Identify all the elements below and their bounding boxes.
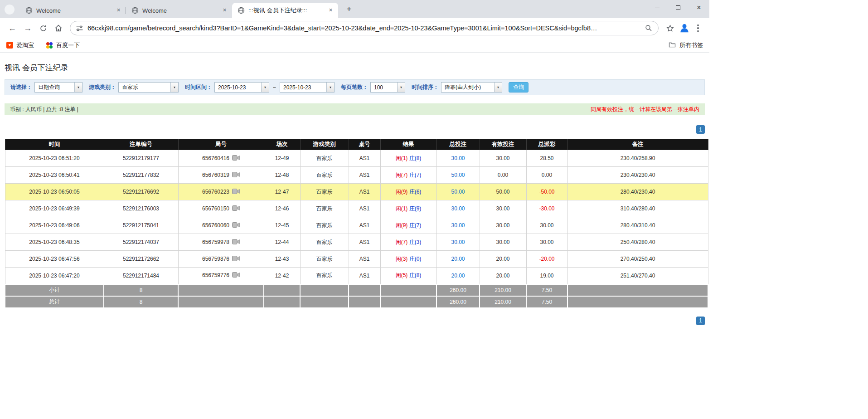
site-info-icon[interactable] [76, 24, 83, 32]
refresh-button[interactable] [35, 20, 51, 36]
browser-window: Welcome × Welcome × :::视讯 会员下注纪录::: × + … [0, 0, 709, 419]
page-1-button[interactable]: 1 [696, 317, 705, 325]
cell-total-bet[interactable]: 30.00 [436, 234, 480, 251]
bet-row[interactable]: 2025-10-23 06:47:20522912171484656759776… [5, 268, 708, 284]
cell-time: 2025-10-23 06:50:05 [5, 184, 104, 200]
video-replay-icon[interactable] [232, 172, 240, 179]
close-button[interactable]: × [689, 0, 709, 15]
url-bar[interactable]: 66cxkj98.com/game/betrecord_search/kind3… [70, 21, 659, 35]
home-button[interactable] [51, 20, 66, 36]
subtotal-row-cell-8: 260.00 [436, 284, 480, 296]
bet-row[interactable]: 2025-10-23 06:48:35522912174037656759978… [5, 234, 708, 251]
cell-round: 656759978 [178, 234, 264, 251]
cell-total-bet[interactable]: 20.00 [436, 268, 480, 284]
tab-close-icon[interactable]: × [327, 7, 335, 15]
tab-close-icon[interactable]: × [221, 7, 228, 15]
zoom-icon[interactable] [645, 24, 653, 32]
round-number: 656760060 [202, 222, 229, 229]
chevron-down-icon[interactable]: ▼ [170, 83, 178, 92]
bookmark-aitaobao[interactable]: ♥ 爱淘宝 [6, 41, 34, 49]
total-bet-link[interactable]: 50.00 [451, 189, 465, 195]
maximize-button[interactable] [668, 0, 689, 15]
result-player: 闲(7) [396, 172, 408, 178]
video-replay-icon[interactable] [232, 222, 240, 229]
bet-row[interactable]: 2025-10-23 06:49:39522912176003656760150… [5, 200, 708, 217]
bookmark-baidu[interactable]: 百度一下 [46, 41, 80, 49]
query-type-select[interactable]: 日期查询 ▼ [34, 82, 82, 93]
video-replay-icon[interactable] [232, 205, 240, 212]
star-icon [666, 24, 674, 32]
cell-total-bet[interactable]: 20.00 [436, 251, 480, 268]
bet-row[interactable]: 2025-10-23 06:47:56522912172662656759876… [5, 251, 708, 268]
tab-bet-records-active[interactable]: :::视讯 会员下注纪录::: × [232, 3, 338, 18]
minimize-button[interactable] [647, 0, 668, 15]
table-header-row: 时间注单编号局号场次游戏类别桌号结果总投注有效投注总派彩备注 [5, 139, 708, 150]
column-header-2: 注单编号 [104, 139, 178, 150]
bookmark-star-button[interactable] [662, 20, 678, 36]
video-replay-icon[interactable] [232, 239, 240, 246]
result-player: 闲(3) [396, 256, 408, 262]
date-range-label: 时间区间： [185, 83, 212, 91]
tab-strip-avatar[interactable] [5, 5, 15, 15]
bet-row[interactable]: 2025-10-23 06:51:20522912179177656760416… [5, 150, 708, 167]
game-type-select[interactable]: 百家乐 ▼ [118, 82, 179, 93]
bet-row[interactable]: 2025-10-23 06:50:05522912176692656760223… [5, 184, 708, 200]
cell-total-bet[interactable]: 30.00 [436, 150, 480, 167]
result-banker: 庄(7) [409, 222, 422, 229]
per-page-select[interactable]: 100 ▼ [370, 82, 405, 93]
date-start-picker[interactable]: 2025-10-23 ▼ [214, 82, 269, 93]
chevron-down-icon[interactable]: ▼ [326, 83, 334, 92]
total-bet-link[interactable]: 30.00 [451, 239, 465, 245]
cell-payout: -30.00 [526, 200, 567, 217]
cell-result: 闲(1) 庄(8) [380, 150, 436, 167]
tab-title: Welcome [36, 7, 115, 14]
per-page-label: 每页笔数： [341, 83, 368, 91]
new-tab-button[interactable]: + [343, 3, 355, 15]
date-end-picker[interactable]: 2025-10-23 ▼ [280, 82, 335, 93]
column-header-8: 总投注 [436, 139, 480, 150]
total-bet-link[interactable]: 20.00 [451, 256, 465, 262]
cell-total-bet[interactable]: 30.00 [436, 217, 480, 234]
video-replay-icon[interactable] [232, 189, 240, 195]
bet-row[interactable]: 2025-10-23 06:50:41522912177832656760319… [5, 167, 708, 184]
bet-row[interactable]: 2025-10-23 06:49:06522912175041656760060… [5, 217, 708, 234]
profile-avatar[interactable] [678, 21, 691, 35]
search-button[interactable]: 查询 [509, 82, 529, 93]
tab-close-icon[interactable]: × [115, 7, 122, 15]
sort-select[interactable]: 降幂(由大到小) ▼ [441, 82, 502, 93]
page-title: 视讯 会员下注纪录 [5, 63, 709, 73]
column-header-1: 时间 [5, 139, 104, 150]
total-row-cell-4 [264, 296, 300, 308]
tab-welcome-2[interactable]: Welcome × [126, 3, 232, 18]
cell-time: 2025-10-23 06:49:39 [5, 200, 104, 217]
chevron-down-icon[interactable]: ▼ [397, 83, 405, 92]
cell-total-bet[interactable]: 50.00 [436, 167, 480, 184]
cell-total-bet[interactable]: 30.00 [436, 200, 480, 217]
total-bet-link[interactable]: 30.00 [451, 155, 465, 161]
all-bookmarks-button[interactable]: 所有书签 [669, 41, 703, 49]
forward-button[interactable]: → [20, 20, 35, 36]
total-bet-link[interactable]: 30.00 [451, 222, 465, 229]
back-button[interactable]: ← [5, 20, 20, 36]
cell-total-bet[interactable]: 50.00 [436, 184, 480, 200]
chevron-down-icon[interactable]: ▼ [494, 83, 502, 92]
cell-time: 2025-10-23 06:49:06 [5, 217, 104, 234]
total-bet-link[interactable]: 50.00 [451, 172, 465, 178]
total-bet-link[interactable]: 20.00 [451, 273, 465, 279]
column-header-9: 有效投注 [480, 139, 526, 150]
video-replay-icon[interactable] [232, 272, 240, 279]
game-type-value: 百家乐 [119, 83, 170, 92]
cell-time: 2025-10-23 06:48:35 [5, 234, 104, 251]
cell-valid-bet: 30.00 [480, 150, 526, 167]
column-header-7: 结果 [380, 139, 436, 150]
video-replay-icon[interactable] [232, 256, 240, 263]
total-bet-link[interactable]: 30.00 [451, 205, 465, 212]
page-1-button[interactable]: 1 [696, 125, 705, 134]
tab-welcome-1[interactable]: Welcome × [20, 3, 126, 18]
chevron-down-icon[interactable]: ▼ [74, 83, 82, 92]
video-replay-icon[interactable] [232, 155, 240, 162]
chevron-down-icon[interactable]: ▼ [261, 83, 269, 92]
total-row-cell-5 [300, 296, 349, 308]
browser-menu-button[interactable] [691, 21, 705, 35]
round-number: 656759776 [202, 272, 229, 278]
